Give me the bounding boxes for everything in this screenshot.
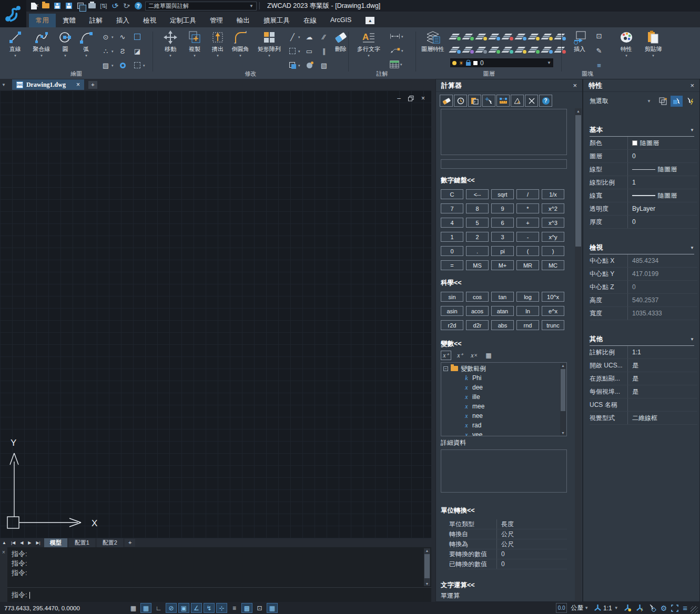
donut-button[interactable] — [118, 61, 127, 69]
ellipse-button[interactable]: ⊙▾ — [101, 33, 114, 41]
calc-key[interactable]: 0 — [441, 246, 463, 256]
save-button[interactable] — [53, 2, 62, 10]
tab-solid[interactable]: 實體 — [56, 14, 83, 27]
scrollbar-thumb[interactable] — [424, 554, 430, 578]
calculator-title-bar[interactable]: 計算器 × — [436, 79, 582, 92]
snap-toggle[interactable]: ▦ — [128, 603, 139, 613]
calc-key[interactable]: atan — [491, 306, 514, 316]
calculator-return-icon[interactable]: ▦ — [483, 351, 494, 360]
annotation-visibility-icon[interactable] — [624, 604, 632, 612]
tree-folder-row[interactable]: − 變數範例 — [443, 364, 558, 373]
command-scrollbar[interactable]: ▲ ▼ — [424, 548, 430, 586]
lineweight-toggle[interactable]: ≡ — [229, 603, 240, 613]
layer-states-button[interactable] — [476, 44, 488, 54]
tab-annotate[interactable]: 註解 — [83, 14, 109, 27]
close-icon[interactable]: × — [573, 81, 577, 89]
line-button[interactable]: 直線▾ — [3, 30, 27, 57]
zwcad-logo[interactable] — [0, 0, 26, 27]
rect-array-button[interactable]: 矩形陣列▾ — [254, 30, 285, 57]
collapse-command-icon[interactable]: ▲ — [0, 540, 8, 545]
copy-button-ribbon[interactable]: 複製▾ — [182, 30, 207, 57]
property-row-layer[interactable]: 圖層0 — [590, 150, 697, 163]
layout-tab-model[interactable]: 模型 — [44, 538, 67, 548]
tab-express-tools[interactable]: 擴展工具 — [257, 14, 297, 27]
clipboard-button[interactable]: 剪貼簿▾ — [640, 30, 667, 57]
new-doc-tab-button[interactable]: + — [88, 81, 97, 89]
calc-key[interactable]: sin — [441, 292, 463, 302]
hatch-button[interactable]: ▨▾ — [101, 61, 114, 69]
calc-key[interactable]: 6 — [491, 218, 514, 228]
calc-key[interactable]: ) — [542, 246, 564, 256]
calc-key[interactable]: . — [466, 246, 489, 256]
helix-button[interactable]: Ƨ — [118, 47, 127, 55]
calc-key[interactable]: = — [441, 260, 463, 270]
calc-key[interactable]: log — [516, 292, 539, 302]
first-tab-icon[interactable]: |◀ — [9, 540, 17, 545]
point-button[interactable]: ∴▾ — [101, 47, 114, 55]
layer-isolate-button[interactable] — [476, 30, 488, 41]
undo-button[interactable]: ↺▾ — [110, 2, 119, 10]
calc-key[interactable]: MC — [542, 260, 564, 270]
polar-toggle[interactable]: ⊘ — [166, 603, 177, 613]
plot-button[interactable] — [87, 2, 96, 10]
paste-to-commandline-button[interactable] — [468, 95, 481, 107]
prev-tab-icon[interactable]: ◀ — [18, 540, 25, 545]
status-menu-icon[interactable]: ≡ — [683, 603, 687, 612]
settings-gear-icon[interactable]: ⚙ — [661, 604, 667, 612]
move-button[interactable]: 移動▾ — [158, 30, 182, 57]
calc-key[interactable]: MS — [466, 260, 489, 270]
calc-key[interactable]: MR — [516, 260, 539, 270]
layer-vpfreeze-button[interactable] — [515, 44, 527, 54]
block-editor-button[interactable]: ✎ — [594, 46, 604, 55]
calc-key[interactable]: abs — [491, 320, 514, 330]
doc-close-icon[interactable]: × — [421, 95, 425, 102]
annotation-autoscale-icon[interactable] — [636, 604, 644, 612]
help-button[interactable]: ? — [134, 2, 143, 10]
calc-key[interactable]: ln — [516, 306, 539, 316]
property-row-ucs-name[interactable]: UCS 名稱 — [590, 398, 697, 412]
calc-key[interactable]: 1/x — [542, 189, 564, 199]
section-other[interactable]: 其他▼ — [590, 335, 694, 346]
calc-key[interactable]: 5 — [466, 218, 489, 228]
save-as-button[interactable] — [64, 2, 73, 10]
calc-key[interactable]: 2 — [466, 232, 489, 242]
command-window[interactable]: × 指令: 指令: 指令: 指令: ▲ ▼ — [0, 547, 431, 602]
layer-unlock-button[interactable] — [515, 30, 527, 41]
units-row[interactable]: 轉換自公尺 — [448, 529, 567, 539]
mtext-button[interactable]: A 多行文字▾ — [355, 30, 382, 57]
tab-view[interactable]: 檢視 — [136, 14, 163, 27]
scroll-down-icon[interactable]: ▼ — [424, 582, 430, 586]
selection-cycling-toggle[interactable]: ⊡ — [254, 603, 265, 613]
property-row-thickness[interactable]: 厚度0 — [590, 216, 697, 229]
calc-input[interactable] — [441, 159, 567, 169]
resize-grip[interactable] — [691, 606, 698, 613]
add-layout-button[interactable]: + — [125, 539, 135, 547]
layer-copy-to-layer-button[interactable] — [502, 44, 514, 54]
doc-tab-menu-icon[interactable]: ▼ — [2, 83, 6, 87]
calc-key[interactable]: / — [516, 189, 539, 199]
calc-key[interactable]: 7 — [441, 203, 463, 213]
property-row-height[interactable]: 高度540.2537 — [590, 294, 697, 307]
property-row-ltscale[interactable]: 線型比例1 — [590, 176, 697, 189]
offset-button[interactable]: ▾ — [288, 61, 300, 69]
variable-item[interactable]: xmee — [443, 402, 558, 411]
close-icon[interactable]: × — [690, 81, 694, 89]
drawing-canvas[interactable]: – × Y X — [0, 90, 431, 538]
section-view[interactable]: 檢視▼ — [590, 243, 694, 254]
calc-key[interactable]: x^y — [542, 232, 564, 242]
calc-key[interactable]: <-- — [466, 189, 489, 199]
calc-key[interactable]: pi — [491, 246, 514, 256]
angle-snap-toggle[interactable]: ∠ — [191, 603, 202, 613]
tab-insert[interactable]: 插入 — [109, 14, 136, 27]
fillet-button[interactable]: 倒圓角▾ — [228, 30, 253, 57]
ribbon-collapse-button[interactable]: ▲ — [366, 17, 374, 24]
chevron-down-icon[interactable]: ▼ — [584, 606, 589, 610]
layer-freeze-button[interactable] — [489, 30, 501, 41]
next-tab-icon[interactable]: ▶ — [26, 540, 33, 545]
preview-button[interactable]: [⇅] — [99, 2, 108, 10]
calc-key[interactable]: - — [516, 232, 539, 242]
osnap-toggle[interactable]: ▣ — [178, 603, 189, 613]
property-row-center-z[interactable]: 中心點 Z0 — [590, 281, 697, 294]
property-row-anno-scale[interactable]: 註解比例1:1 — [590, 346, 697, 359]
delete-expression-button[interactable] — [525, 95, 538, 107]
